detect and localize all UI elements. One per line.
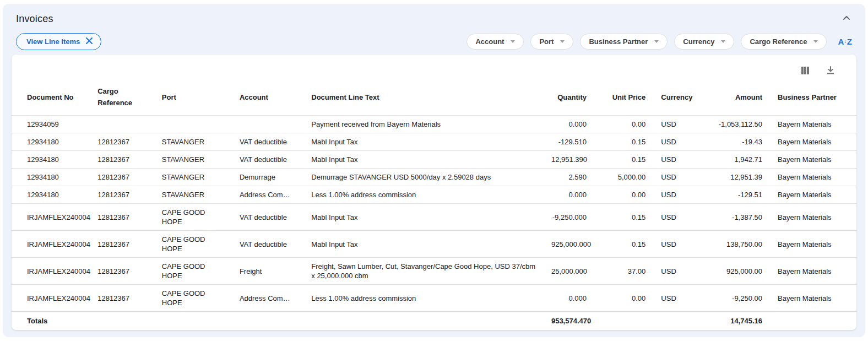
cell-cargo_reference: 12812367	[91, 285, 155, 312]
table-row: IRJAMFLEX24000412812367CAPE GOOD HOPEVAT…	[12, 204, 856, 231]
cell-document_line_text: Mabl Input Tax	[305, 133, 545, 151]
chevron-down-icon	[654, 40, 659, 43]
cell-quantity: 2.590	[545, 169, 595, 186]
cell-port: STAVANGER	[155, 151, 233, 169]
panel-header: Invoices	[3, 4, 865, 26]
cell-document_no: IRJAMFLEX240004	[12, 231, 91, 258]
cell-cargo_reference	[91, 116, 155, 133]
cell-unit_price: 0.15	[595, 231, 654, 258]
cell-cargo_reference: 12812367	[91, 204, 155, 231]
cell-amount: 925,000.00	[709, 258, 771, 285]
cell-cargo_reference: 12812367	[91, 186, 155, 204]
cell-port: CAPE GOOD HOPE	[155, 285, 233, 312]
chevron-down-icon	[511, 40, 515, 43]
cell-document_no: 12934180	[12, 169, 91, 186]
cell-business_partner: Bayern Materials	[771, 258, 856, 285]
cell-amount: 1,942.71	[709, 151, 771, 169]
column-header-cargo_reference: Cargo Reference	[91, 79, 155, 116]
cell-business_partner: Bayern Materials	[771, 116, 856, 133]
cell-amount: -19.43	[709, 133, 771, 151]
cell-port: CAPE GOOD HOPE	[155, 204, 233, 231]
cell-currency: USD	[654, 151, 709, 169]
filter-account[interactable]: Account	[466, 34, 524, 50]
cell-currency: USD	[654, 231, 709, 258]
chevron-down-icon	[721, 40, 725, 43]
cell-cargo_reference: 12812367	[91, 133, 155, 151]
filter-business-partner[interactable]: Business Partner	[580, 34, 668, 50]
column-header-port: Port	[155, 79, 233, 116]
cell-currency: USD	[654, 186, 709, 204]
cell-port: STAVANGER	[155, 133, 233, 151]
column-header-currency: Currency	[654, 79, 709, 116]
view-line-items-chip[interactable]: View Line Items	[16, 33, 101, 50]
cell-amount: 12,951.39	[709, 169, 771, 186]
cell-document_line_text: Freight, Sawn Lumber, Cut, Stavanger/Cap…	[305, 258, 545, 285]
cell-amount: -1,053,112.50	[709, 116, 771, 133]
cell-currency: USD	[654, 258, 709, 285]
table-row: IRJAMFLEX24000412812367CAPE GOOD HOPEFre…	[12, 258, 856, 285]
column-header-document_no: Document No	[12, 79, 91, 116]
cell-port: CAPE GOOD HOPE	[155, 231, 233, 258]
columns-icon	[800, 66, 810, 77]
cell-account: Demurrage	[233, 169, 305, 186]
filter-currency[interactable]: Currency	[674, 34, 734, 50]
cell-document_line_text: Less 1.00% address commission	[305, 285, 545, 312]
table-row: 1293418012812367STAVANGERAddress Commis.…	[12, 186, 856, 204]
cell-quantity: -9,250.000	[545, 204, 595, 231]
table-row: IRJAMFLEX24000412812367CAPE GOOD HOPEAdd…	[12, 285, 856, 312]
column-header-amount: Amount	[709, 79, 771, 116]
cell-quantity: -129.510	[545, 133, 595, 151]
cell-document_no: IRJAMFLEX240004	[12, 204, 91, 231]
cell-account: Freight	[233, 258, 305, 285]
download-button[interactable]	[824, 64, 837, 78]
cell-quantity: 0.000	[545, 186, 595, 204]
cell-cargo_reference: 12812367	[91, 151, 155, 169]
columns-button[interactable]	[799, 64, 811, 78]
cell-business_partner: Bayern Materials	[771, 186, 856, 204]
cell-account: Address Commis...	[233, 285, 305, 312]
filter-currency-label: Currency	[683, 37, 714, 46]
cell-unit_price: 5,000.00	[595, 169, 654, 186]
cell-account: VAT deductible	[233, 151, 305, 169]
cell-currency: USD	[654, 204, 709, 231]
cell-document_no: IRJAMFLEX240004	[12, 258, 91, 285]
table-body: 12934059Payment received from Bayern Mat…	[12, 116, 856, 312]
cell-account: Address Commis...	[233, 186, 305, 204]
table-row: 12934059Payment received from Bayern Mat…	[12, 116, 856, 133]
table-row: 1293418012812367STAVANGERDemurrageDemurr…	[12, 169, 856, 186]
download-icon	[826, 66, 836, 77]
cell-account: VAT deductible	[233, 231, 305, 258]
cell-document_line_text: Mabl Input Tax	[305, 204, 545, 231]
cell-document_line_text: Less 1.00% address commission	[305, 186, 545, 204]
column-header-unit_price: Unit Price	[595, 79, 654, 116]
cell-currency: USD	[654, 285, 709, 312]
cell-quantity: 0.000	[545, 116, 595, 133]
cell-unit_price: 0.15	[595, 151, 654, 169]
cell-cargo_reference: 12812367	[91, 231, 155, 258]
cell-document_line_text: Payment received from Bayern Materials	[305, 116, 545, 133]
table-row: 1293418012812367STAVANGERVAT deductibleM…	[12, 133, 856, 151]
cell-port	[155, 116, 233, 133]
column-header-quantity: Quantity	[545, 79, 595, 116]
cell-currency: USD	[654, 116, 709, 133]
cell-port: STAVANGER	[155, 169, 233, 186]
cell-document_no: 12934180	[12, 133, 91, 151]
cell-unit_price: 0.00	[595, 186, 654, 204]
filter-port[interactable]: Port	[530, 34, 573, 50]
cell-document_line_text: Mabl Input Tax	[305, 231, 545, 258]
cell-account: VAT deductible	[233, 133, 305, 151]
cell-unit_price: 0.00	[595, 116, 654, 133]
totals-row: Totals 953,574.470 14,745.16	[12, 312, 856, 331]
collapse-button[interactable]	[840, 12, 853, 26]
filter-cargo-reference[interactable]: Cargo Reference	[741, 34, 827, 50]
sort-alphabetical-icon[interactable]: A↓Z	[838, 37, 852, 46]
close-icon[interactable]	[85, 37, 93, 47]
filter-port-label: Port	[539, 37, 554, 46]
cell-amount: -9,250.00	[709, 285, 771, 312]
cell-document_no: 12934180	[12, 186, 91, 204]
page-title: Invoices	[16, 13, 53, 25]
invoices-table-card: Document NoCargo ReferencePortAccountDoc…	[12, 55, 856, 330]
chevron-down-icon	[813, 40, 818, 43]
cell-document_line_text: Demurrage STAVANGER USD 5000/day x 2.590…	[305, 169, 545, 186]
column-header-business_partner: Business Partner	[771, 79, 856, 116]
